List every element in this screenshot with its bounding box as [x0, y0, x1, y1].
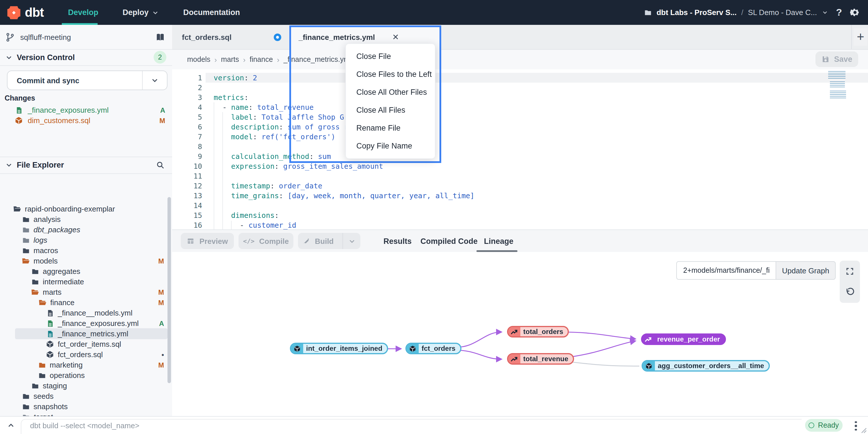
preview-button[interactable]: Preview — [181, 233, 234, 249]
lineage-node-int-order-items-joined[interactable]: int_order_items_joined — [290, 343, 388, 354]
help-icon[interactable]: ? — [836, 7, 842, 18]
tree-item-fct-orders-sql[interactable]: fct_orders.sql• — [0, 349, 172, 360]
build-button[interactable]: Build — [298, 233, 360, 249]
breadcrumb-bar: models › marts › finance › _finance_metr… — [172, 50, 868, 69]
chevron-down-icon — [5, 54, 13, 61]
tree-item-finance-metrics-yml[interactable]: _finance_metrics.yml — [0, 328, 172, 339]
compile-button[interactable]: </> Compile — [239, 233, 293, 249]
new-tab-button[interactable]: + — [854, 28, 867, 46]
tree-item-finance[interactable]: financeM — [0, 297, 172, 308]
model-cube-icon — [45, 340, 54, 348]
update-graph-button[interactable]: Update Graph — [776, 261, 836, 280]
tab-fct-orders-sql[interactable]: fct_orders.sql — [172, 25, 290, 49]
modified-status-badge: M — [158, 298, 164, 307]
changed-file-row[interactable]: dim_customers.sql M — [0, 115, 172, 126]
tab-compiled-code[interactable]: Compiled Code — [421, 230, 477, 252]
project-env-separator: / — [741, 8, 743, 17]
tree-scrollbar[interactable] — [167, 197, 171, 383]
kebab-menu-icon[interactable] — [852, 419, 860, 432]
resize-grip[interactable] — [860, 427, 867, 433]
tree-item-operations[interactable]: operations — [0, 370, 172, 381]
folder-icon — [38, 361, 46, 369]
lineage-filter-input[interactable] — [682, 266, 770, 275]
code-line: 13 time_grains: [day, week, month, quart… — [172, 191, 868, 201]
folder-open-icon — [21, 257, 30, 265]
editor-minimap[interactable] — [828, 71, 847, 102]
breadcrumb-item[interactable]: _finance_metrics.yml — [284, 56, 351, 64]
node-label: total_revenue — [520, 355, 573, 363]
fullscreen-button[interactable] — [840, 261, 860, 282]
chevron-down-icon — [348, 237, 355, 245]
tree-item-models[interactable]: modelsM — [0, 255, 172, 266]
tree-item-analysis[interactable]: analysis — [0, 214, 172, 225]
tree-item-project-root[interactable]: rapid-onboarding-exemplar — [0, 203, 172, 214]
folder-icon — [22, 226, 30, 234]
model-cube-icon — [407, 344, 419, 353]
search-icon[interactable] — [156, 161, 164, 169]
lineage-node-total-orders[interactable]: total_orders — [507, 326, 569, 338]
docs-book-icon[interactable] — [155, 32, 165, 42]
changes-heading: Changes — [5, 94, 35, 102]
tree-item-finance-exposures-yml[interactable]: _finance_exposures.ymlA — [0, 318, 172, 329]
code-editor[interactable]: 1version: 2 2 3metrics: 4 - name: total_… — [172, 69, 868, 229]
commit-options-chevron[interactable] — [142, 71, 167, 90]
tree-item-seeds[interactable]: seeds — [0, 390, 172, 402]
tree-item-snapshots[interactable]: snapshots — [0, 401, 172, 412]
menu-item-rename-file[interactable]: Rename File — [346, 119, 435, 137]
tree-item-logs[interactable]: logs — [0, 235, 172, 245]
version-control-header[interactable]: Version Control 2 — [0, 49, 172, 65]
tree-item-fct-order-items-sql[interactable]: fct_order_items.sql — [0, 339, 172, 350]
tree-item-macros[interactable]: macros — [0, 245, 172, 256]
file-tree: rapid-onboarding-exemplar analysis dbt_p… — [0, 174, 172, 416]
tree-item-marts[interactable]: martsM — [0, 287, 172, 298]
tree-item-marketing[interactable]: marketingM — [0, 359, 172, 370]
reset-view-button[interactable] — [840, 282, 860, 302]
build-options-chevron[interactable] — [342, 233, 360, 249]
command-input[interactable]: dbt build --select <model_name> — [30, 417, 140, 434]
lineage-node-fct-orders[interactable]: fct_orders — [405, 343, 461, 354]
gear-icon[interactable] — [850, 7, 860, 17]
changed-file-row[interactable]: _finance_exposures.yml A — [0, 105, 172, 116]
code-line: 4 - name: total_revenue — [172, 102, 868, 112]
tree-item-staging[interactable]: staging — [0, 380, 172, 391]
tree-item-intermediate[interactable]: intermediate — [0, 276, 172, 287]
lineage-node-total-revenue[interactable]: total_revenue — [507, 353, 574, 365]
dbt-logo-icon — [7, 5, 21, 19]
menu-item-close-file[interactable]: Close File — [346, 48, 435, 65]
nav-documentation[interactable]: Documentation — [183, 8, 240, 17]
menu-item-close-all[interactable]: Close All Files — [346, 101, 435, 119]
breadcrumb-item[interactable]: marts — [221, 56, 239, 64]
commit-and-sync-button[interactable]: Commit and sync — [7, 70, 167, 90]
close-tab-icon[interactable]: ✕ — [390, 31, 401, 43]
menu-item-close-files-left[interactable]: Close Files to the Left — [346, 65, 435, 83]
git-branch-row[interactable]: sqlfluff-meeting — [0, 25, 172, 49]
breadcrumb-item[interactable]: models — [187, 56, 211, 64]
tree-item-aggregates[interactable]: aggregates — [0, 266, 172, 277]
project-switcher[interactable]: dbt Labs - ProServ S... / SL Demo - Dave… — [644, 8, 828, 17]
menu-item-close-all-other[interactable]: Close All Other Files — [346, 83, 435, 101]
changed-file-name: _finance_exposures.yml — [28, 106, 108, 114]
folder-icon — [31, 382, 39, 390]
breadcrumb-item[interactable]: finance — [249, 56, 273, 64]
tree-item-dbt-packages[interactable]: dbt_packages — [0, 224, 172, 235]
save-button[interactable]: Save — [815, 52, 858, 67]
code-line: 6 description: sum of gross revenue — [172, 122, 868, 132]
modified-status-badge: M — [158, 288, 164, 296]
commit-and-sync-label: Commit and sync — [17, 76, 142, 85]
lineage-node-revenue-per-order[interactable]: revenue_per_order — [641, 334, 726, 345]
status-circle-icon — [809, 423, 814, 428]
tree-item-target[interactable]: target — [0, 411, 172, 416]
breadcrumb-separator: › — [277, 55, 280, 64]
brand-name: dbt — [25, 5, 43, 20]
tree-item-label: analysis — [33, 215, 61, 224]
tab-lineage[interactable]: Lineage — [484, 230, 514, 252]
nav-develop[interactable]: Develop — [68, 8, 98, 17]
expand-command-bar-icon[interactable] — [7, 421, 15, 429]
nav-deploy[interactable]: Deploy — [122, 8, 159, 17]
dbt-logo[interactable]: dbt — [7, 5, 43, 20]
menu-item-copy-file-name[interactable]: Copy File Name — [346, 137, 435, 155]
lineage-node-agg-customer-orders-all-time[interactable]: agg_customer_orders__all_time — [642, 360, 770, 372]
tree-item-finance-models-yml[interactable]: _finance__models.yml — [0, 308, 172, 318]
tab-results[interactable]: Results — [383, 230, 412, 252]
file-explorer-header[interactable]: File Explorer — [0, 156, 172, 173]
